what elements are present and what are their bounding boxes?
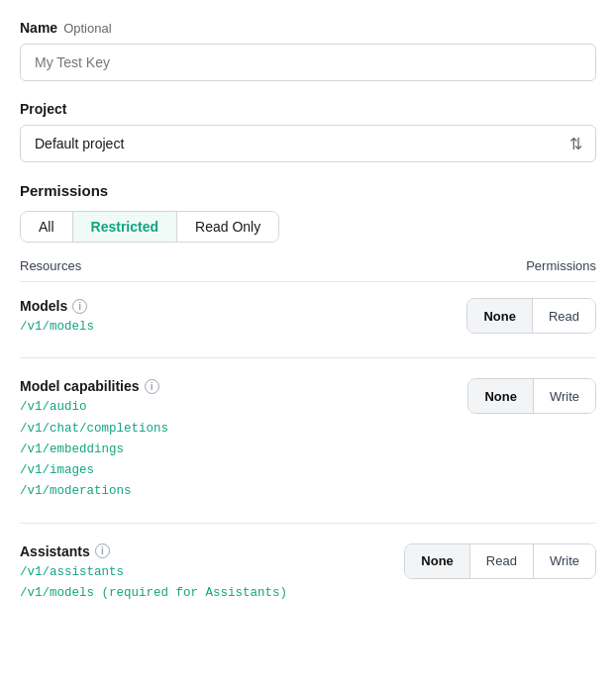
model-capabilities-perm-none[interactable]: None xyxy=(468,379,534,413)
permissions-section: Permissions All Restricted Read Only Res… xyxy=(20,182,596,604)
models-info-icon[interactable]: i xyxy=(72,299,87,314)
tab-restricted[interactable]: Restricted xyxy=(73,212,177,242)
name-input[interactable] xyxy=(20,44,596,81)
project-select[interactable]: Default project xyxy=(20,125,596,162)
resources-header-left: Resources xyxy=(20,258,81,273)
resource-row-models: Models i /v1/models None Read xyxy=(20,298,596,338)
model-capabilities-perm-write[interactable]: Write xyxy=(534,379,595,413)
permissions-toggle-group: All Restricted Read Only xyxy=(20,211,279,243)
tab-all[interactable]: All xyxy=(21,212,73,242)
assistants-perm-toggle: None Read Write xyxy=(404,543,596,579)
models-perm-read[interactable]: Read xyxy=(533,299,595,333)
project-field: Project Default project ⇅ xyxy=(20,101,596,162)
assistants-info-icon[interactable]: i xyxy=(95,543,110,558)
tab-read-only[interactable]: Read Only xyxy=(177,212,278,242)
permissions-label: Permissions xyxy=(20,182,596,199)
name-optional-label: Optional xyxy=(63,21,111,36)
resource-name-model-capabilities: Model capabilities i xyxy=(20,378,467,394)
resource-info-model-capabilities: Model capabilities i /v1/audio /v1/chat/… xyxy=(20,378,467,502)
project-select-wrapper: Default project ⇅ xyxy=(20,125,596,162)
model-capabilities-endpoints: /v1/audio /v1/chat/completions /v1/embed… xyxy=(20,397,467,502)
assistants-perm-read[interactable]: Read xyxy=(470,544,534,578)
assistants-perm-write[interactable]: Write xyxy=(534,544,595,578)
divider-2 xyxy=(20,523,596,524)
models-perm-none[interactable]: None xyxy=(467,299,533,333)
resources-header-right: Permissions xyxy=(526,258,596,273)
resource-row-assistants: Assistants i /v1/assistants /v1/models (… xyxy=(20,543,596,605)
model-capabilities-info-icon[interactable]: i xyxy=(145,379,159,394)
name-label: Name Optional xyxy=(20,20,596,36)
name-field: Name Optional xyxy=(20,20,596,81)
resources-header: Resources Permissions xyxy=(20,258,596,282)
assistants-perm-none[interactable]: None xyxy=(405,544,470,578)
resource-name-assistants: Assistants i xyxy=(20,543,404,559)
resource-row-model-capabilities: Model capabilities i /v1/audio /v1/chat/… xyxy=(20,378,596,502)
models-perm-toggle: None Read xyxy=(466,298,596,334)
assistants-endpoints: /v1/assistants /v1/models (required for … xyxy=(20,562,404,605)
resource-info-models: Models i /v1/models xyxy=(20,298,466,338)
model-capabilities-perm-toggle: None Write xyxy=(467,378,596,414)
divider-1 xyxy=(20,357,596,358)
project-label: Project xyxy=(20,101,596,117)
resource-info-assistants: Assistants i /v1/assistants /v1/models (… xyxy=(20,543,404,605)
resource-name-models: Models i xyxy=(20,298,466,314)
models-endpoints: /v1/models xyxy=(20,317,466,338)
